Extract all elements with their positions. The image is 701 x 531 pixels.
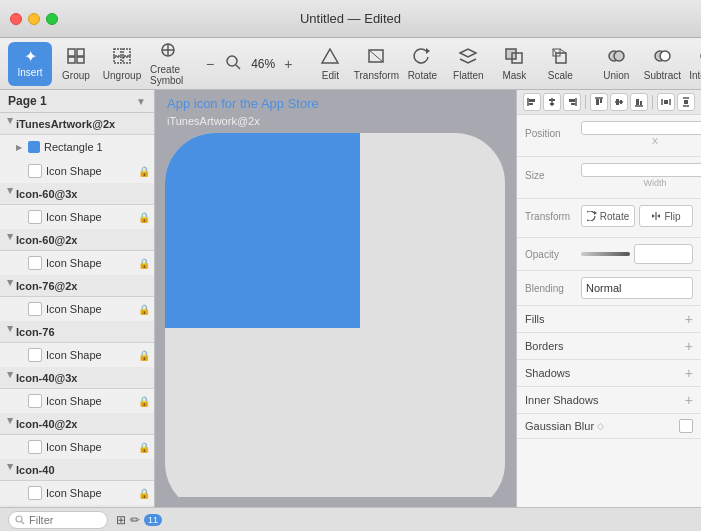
svg-rect-17 (506, 49, 516, 59)
svg-marker-62 (657, 214, 660, 218)
layer-tree[interactable]: ▶ iTunesArtwork@2x ▶ Rectangle 1 Icon Sh… (0, 113, 154, 507)
position-row: Position X Y (525, 121, 693, 146)
size-row: Size Width 🔗 Height (525, 163, 693, 188)
page-name: Page 1 (8, 94, 47, 108)
union-button[interactable]: Union (594, 42, 638, 86)
shadows-add-button[interactable]: + (685, 365, 693, 381)
layer-group-icon60-2x[interactable]: ▶ Icon-60@2x (0, 229, 154, 251)
shadows-section[interactable]: Shadows + (517, 360, 701, 387)
align-left-button[interactable] (523, 93, 541, 111)
visibility-checkbox[interactable] (28, 486, 42, 500)
zoom-plus-button[interactable]: + (280, 54, 296, 74)
mask-button[interactable]: Mask (492, 42, 536, 86)
blending-select[interactable]: Normal Multiply Screen Overlay Darken Li… (581, 277, 693, 299)
transform-icon (366, 47, 386, 68)
svg-rect-49 (620, 100, 622, 104)
blending-section: Blending Normal Multiply Screen Overlay … (517, 271, 701, 306)
layer-row[interactable]: Icon Shape 🔒 (0, 389, 154, 413)
canvas-workspace[interactable] (165, 133, 506, 497)
x-input[interactable] (581, 121, 701, 135)
layer-group-itunes2x[interactable]: ▶ iTunesArtwork@2x (0, 113, 154, 135)
svg-rect-3 (77, 57, 84, 63)
artboard-rectangle[interactable] (165, 133, 360, 328)
opacity-section: Opacity (517, 238, 701, 271)
blending-row: Blending Normal Multiply Screen Overlay … (525, 277, 693, 299)
zoom-value: 46% (248, 57, 278, 71)
svg-rect-55 (664, 100, 668, 104)
layer-group-icon40-3x[interactable]: ▶ Icon-40@3x (0, 367, 154, 389)
layer-row[interactable]: Icon Shape 🔒 (0, 481, 154, 505)
page-expand-button[interactable]: ▼ (136, 96, 146, 107)
create-symbol-button[interactable]: Create Symbol (146, 42, 190, 86)
visibility-checkbox[interactable] (28, 210, 42, 224)
titlebar: Untitled — Edited (0, 0, 701, 38)
opacity-slider[interactable] (581, 252, 630, 256)
borders-add-button[interactable]: + (685, 338, 693, 354)
layer-row[interactable]: Icon Shape 🔒 (0, 435, 154, 459)
visibility-checkbox[interactable] (28, 256, 42, 270)
visibility-checkbox[interactable] (28, 394, 42, 408)
flatten-button[interactable]: Flatten (446, 42, 490, 86)
layer-row[interactable]: Icon Shape 🔒 (0, 297, 154, 321)
grid-view-button[interactable]: ⊞ (116, 513, 126, 527)
inner-shadows-section[interactable]: Inner Shadows + (517, 387, 701, 414)
fills-section[interactable]: Fills + (517, 306, 701, 333)
svg-marker-13 (322, 49, 338, 63)
inner-shadows-add-button[interactable]: + (685, 392, 693, 408)
fills-add-button[interactable]: + (685, 311, 693, 327)
insert-label: Insert (17, 67, 42, 78)
layer-row[interactable]: Icon Shape 🔒 (0, 251, 154, 275)
blending-label: Blending (525, 283, 577, 294)
layer-label: iTunesArtwork@2x (16, 118, 150, 130)
lock-icon: 🔒 (138, 396, 150, 407)
align-right-button[interactable] (563, 93, 581, 111)
transform-button[interactable]: Transform (354, 42, 398, 86)
ungroup-button[interactable]: Ungroup (100, 42, 144, 86)
group-button[interactable]: Group (54, 42, 98, 86)
opacity-input[interactable] (634, 244, 693, 264)
visibility-checkbox[interactable] (28, 302, 42, 316)
artboard (165, 133, 505, 497)
visibility-checkbox[interactable] (28, 164, 42, 178)
gaussian-label-text: Gaussian Blur (525, 420, 594, 432)
gaussian-blur-checkbox[interactable] (679, 419, 693, 433)
align-top-button[interactable] (590, 93, 608, 111)
intersect-button[interactable]: Intersect (686, 42, 701, 86)
flip-transform-button[interactable]: Flip (639, 205, 693, 227)
zoom-minus-button[interactable]: − (202, 54, 218, 74)
layer-group-icon40-2x[interactable]: ▶ Icon-40@2x (0, 413, 154, 435)
scale-button[interactable]: Scale (538, 42, 582, 86)
layer-row[interactable]: Icon Shape 🔒 (0, 343, 154, 367)
transform-row: Transform Rotate Flip (525, 205, 693, 227)
layer-row[interactable]: Icon Shape 🔒 (0, 159, 154, 183)
statusbar-icons: ⊞ ✏ 11 (116, 513, 162, 527)
edit-button[interactable]: Edit (308, 42, 352, 86)
distribute-v-button[interactable] (677, 93, 695, 111)
subtract-button[interactable]: Subtract (640, 42, 684, 86)
align-middle-button[interactable] (610, 93, 628, 111)
distribute-h-button[interactable] (657, 93, 675, 111)
width-input-wrap: Width (581, 163, 701, 188)
rotate-transform-button[interactable]: Rotate (581, 205, 635, 227)
filter-input[interactable] (29, 514, 89, 526)
visibility-checkbox[interactable] (28, 440, 42, 454)
minimize-button[interactable] (28, 13, 40, 25)
layer-group-icon40[interactable]: ▶ Icon-40 (0, 459, 154, 481)
close-button[interactable] (10, 13, 22, 25)
layer-group-icon29-3x[interactable]: ▶ Icon-29@3x (0, 505, 154, 507)
layer-group-icon76-2x[interactable]: ▶ Icon-76@2x (0, 275, 154, 297)
layer-row[interactable]: Icon Shape 🔒 (0, 205, 154, 229)
align-center-h-button[interactable] (543, 93, 561, 111)
maximize-button[interactable] (46, 13, 58, 25)
rotate-button[interactable]: Rotate (400, 42, 444, 86)
align-bottom-button[interactable] (630, 93, 648, 111)
layer-group-icon76[interactable]: ▶ Icon-76 (0, 321, 154, 343)
toolbar: ✦ Insert Group Ungroup Create Symbol − 4… (0, 38, 701, 90)
borders-section[interactable]: Borders + (517, 333, 701, 360)
visibility-checkbox[interactable] (28, 348, 42, 362)
layer-group-icon60-3x[interactable]: ▶ Icon-60@3x (0, 183, 154, 205)
layer-row[interactable]: ▶ Rectangle 1 (0, 135, 154, 159)
width-input[interactable] (581, 163, 701, 177)
insert-button[interactable]: ✦ Insert (8, 42, 52, 86)
edit-status-button[interactable]: ✏ (130, 513, 140, 527)
